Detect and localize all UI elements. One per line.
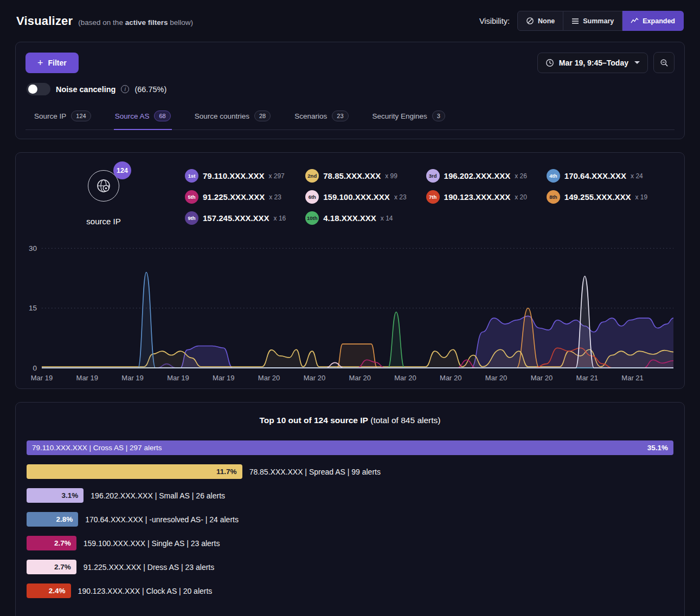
top-ip-item[interactable]: 6th159.100.XXX.XXXx 23 [305,190,406,204]
chart-panel: 124 source IP 1st79.110.XXX.XXXx 2972nd7… [15,152,685,389]
date-range-button[interactable]: Mar 19, 9:45–Today [537,53,648,73]
top-ip-address: 4.18.XXX.XXX [323,213,376,223]
svg-text:Mar 20: Mar 20 [394,374,416,382]
top-ip-item[interactable]: 7th190.123.XXX.XXXx 20 [426,190,527,204]
tab-source-ip[interactable]: Source IP124 [33,109,92,129]
noise-canceling-label: Noise canceling [56,85,115,94]
noise-canceling-toggle[interactable] [27,83,50,95]
tab-label: Security Engines [373,112,427,120]
top10-bar-row: 2.8%170.64.XXX.XXX | -unresolved AS- | 2… [27,512,673,527]
top10-bar-row: 2.7%159.100.XXX.XXX | Single AS | 23 ale… [27,536,673,550]
top10-title-rest: (total of 845 alerts) [368,416,441,425]
top-ip-count: x 14 [381,215,393,222]
bar-percent: 11.7% [216,468,237,476]
info-icon[interactable]: i [121,85,129,93]
top10-title-bold: Top 10 out of 124 source IP [260,416,368,425]
add-filter-button[interactable]: + Filter [25,53,79,73]
top-ip-item[interactable]: 4th170.64.XXX.XXXx 24 [547,169,647,183]
svg-text:Mar 21: Mar 21 [621,374,643,382]
visibility-control: Visibility: NoneSummaryExpanded [479,11,684,31]
tab-label: Source AS [115,112,150,120]
svg-text:Mar 20: Mar 20 [531,374,553,382]
svg-text:Mar 19: Mar 19 [76,374,98,382]
top10-bar[interactable]: 2.4% [27,583,71,598]
noise-canceling-value: (66.75%) [134,85,166,94]
svg-text:Mar 21: Mar 21 [576,374,598,382]
top10-bar-row: 3.1%196.202.XXX.XXX | Small AS | 26 aler… [27,488,673,503]
top-ip-item[interactable]: 3rd196.202.XXX.XXXx 26 [426,169,527,183]
rank-badge: 10th [305,211,319,225]
top-ip-list: 1st79.110.XXX.XXXx 2972nd78.85.XXX.XXXx … [185,167,672,226]
visibility-option-label: Summary [583,17,614,25]
timeline-chart[interactable]: 01530Mar 19Mar 19Mar 19Mar 19Mar 19Mar 2… [23,237,677,384]
entity-summary: 124 source IP [22,167,185,226]
top10-panel: Top 10 out of 124 source IP (total of 84… [15,402,685,616]
entity-icon-wrap: 124 [88,170,119,202]
tab-security-engines[interactable]: Security Engines3 [371,109,446,129]
top10-bar-row: 2.4%190.123.XXX.XXX | Clock AS | 20 aler… [27,583,673,598]
rank-badge: 8th [547,190,560,204]
noise-canceling-row: Noise canceling i (66.75%) [27,83,675,95]
top-ip-item[interactable]: 2nd78.85.XXX.XXXx 99 [305,169,406,183]
rank-badge: 4th [547,169,560,183]
top-ip-item[interactable]: 10th4.18.XXX.XXXx 14 [305,211,406,225]
rank-badge: 6th [305,190,319,204]
tab-label: Scenarios [294,112,327,120]
top10-bar[interactable]: 79.110.XXX.XXX | Cross AS | 297 alerts35… [27,440,673,455]
plus-icon: + [37,60,43,66]
rank-badge: 2nd [305,169,319,183]
bar-label: 91.225.XXX.XXX | Dress AS | 23 alerts [84,563,215,572]
tab-label: Source IP [34,112,66,120]
bar-percent: 2.7% [54,539,71,547]
visibility-option-summary[interactable]: Summary [563,11,622,31]
page-title: Visualizer [16,14,73,28]
subtitle-emphasis: active filters [125,18,168,27]
search-button[interactable] [653,52,675,73]
top-ip-count: x 99 [385,172,397,180]
subtitle-post: bellow) [168,18,193,27]
top-ip-count: x 20 [515,193,527,201]
tab-source-countries[interactable]: Source countries28 [194,109,272,129]
top10-bar[interactable]: 2.8% [27,512,78,527]
visibility-option-expanded[interactable]: Expanded [622,11,684,31]
tab-count-badge: 23 [332,111,348,121]
chevron-down-icon [634,61,640,64]
top10-bar[interactable]: 2.7% [27,560,76,574]
tab-source-as[interactable]: Source AS68 [114,109,172,129]
svg-text:Mar 19: Mar 19 [167,374,189,382]
tab-label: Source countries [195,112,249,120]
top10-bar[interactable]: 2.7% [27,536,76,550]
top-ip-item[interactable]: 8th149.255.XXX.XXXx 19 [547,190,647,204]
top-ip-address: 196.202.XXX.XXX [444,171,511,180]
top10-bar[interactable]: 3.1% [27,488,84,503]
visibility-option-none[interactable]: None [517,11,563,31]
visibility-label: Visibility: [479,17,510,25]
rank-badge: 7th [426,190,440,204]
tab-count-badge: 68 [154,111,170,121]
top-ip-count: x 26 [515,172,527,180]
top-ip-item[interactable]: 5th91.225.XXX.XXXx 23 [185,190,286,204]
chart-area: 01530Mar 19Mar 19Mar 19Mar 19Mar 19Mar 2… [22,237,678,384]
top-ip-item[interactable]: 9th157.245.XXX.XXXx 16 [185,211,286,225]
entity-count-badge: 124 [113,161,131,179]
top10-bar[interactable]: 11.7% [27,464,242,479]
svg-text:Mar 20: Mar 20 [258,374,280,382]
visibility-option-label: Expanded [643,17,675,25]
top-ip-address: 79.110.XXX.XXX [203,171,264,180]
bar-label: 78.85.XXX.XXX | Spread AS | 99 alerts [249,468,381,476]
tab-scenarios[interactable]: Scenarios23 [293,109,349,129]
top-ip-item[interactable]: 1st79.110.XXX.XXXx 297 [185,169,286,183]
page-header: Visualizer (based on the active filters … [15,0,685,42]
top-ip-count: x 297 [268,172,284,180]
svg-text:0: 0 [33,364,37,372]
rank-badge: 5th [185,190,198,204]
filter-tabs: Source IP124Source AS68Source countries2… [25,109,675,130]
bar-percent: 3.1% [62,491,79,500]
top-ip-address: 157.245.XXX.XXX [203,213,269,223]
svg-text:Mar 19: Mar 19 [121,374,143,382]
toggle-knob [28,85,37,94]
svg-text:Mar 20: Mar 20 [349,374,370,382]
bar-percent: 35.1% [647,444,668,452]
top10-bar-row: 2.7%91.225.XXX.XXX | Dress AS | 23 alert… [27,560,673,574]
filter-panel: + Filter Mar 19, 9:45–Today [15,42,685,139]
